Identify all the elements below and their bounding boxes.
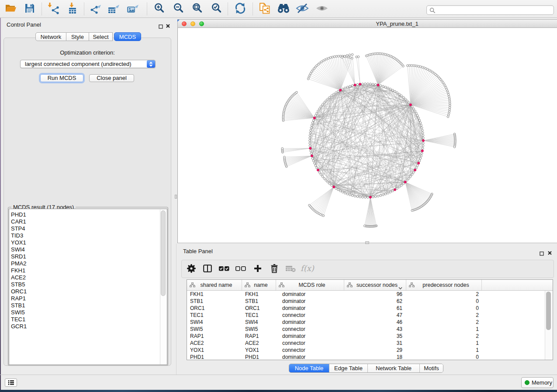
graph-node[interactable]: [309, 142, 311, 144]
graph-node[interactable]: [394, 90, 396, 93]
table-row-RAP1[interactable]: RAP1RAP1dominator352: [187, 333, 553, 340]
graph-node[interactable]: [346, 86, 349, 88]
graph-mcds-node[interactable]: [313, 117, 315, 119]
graph-mcds-node[interactable]: [311, 155, 313, 157]
graph-mcds-node[interactable]: [354, 84, 356, 86]
zoom-selected-button[interactable]: [209, 2, 224, 16]
graph-node[interactable]: [410, 175, 412, 178]
search-binoculars-button[interactable]: [276, 2, 291, 16]
graph-leaf-node[interactable]: [333, 56, 336, 58]
graph-node[interactable]: [392, 190, 394, 192]
run-mcds-button[interactable]: Run MCDS: [40, 74, 83, 82]
graph-mcds-node[interactable]: [339, 89, 341, 91]
graph-node[interactable]: [415, 167, 418, 169]
search-input[interactable]: [426, 5, 554, 15]
save-session-button[interactable]: [22, 2, 37, 16]
deselect-all-button[interactable]: [234, 263, 247, 275]
graph-node[interactable]: [311, 124, 313, 127]
graph-node[interactable]: [310, 129, 312, 131]
graph-leaf-node[interactable]: [402, 65, 405, 67]
graph-node[interactable]: [418, 117, 420, 119]
select-all-button[interactable]: [218, 263, 231, 275]
graph-node[interactable]: [380, 195, 382, 197]
graph-node[interactable]: [372, 83, 374, 86]
criterion-select[interactable]: largest connected component (undirected): [20, 60, 156, 68]
graph-node[interactable]: [335, 187, 337, 189]
open-folder-button[interactable]: [3, 2, 18, 16]
close-panel-button[interactable]: Close panel: [89, 74, 134, 82]
graph-node[interactable]: [349, 194, 351, 196]
graph-leaf-node[interactable]: [337, 55, 339, 57]
tab-motifs[interactable]: Motifs: [419, 364, 443, 373]
graph-mcds-node[interactable]: [369, 196, 371, 198]
graph-node[interactable]: [342, 191, 344, 193]
network-window-titlebar[interactable]: YPA_prune.txt_1: [177, 19, 557, 28]
graph-node[interactable]: [389, 191, 391, 193]
mcds-result-item[interactable]: STP4: [11, 225, 27, 232]
graph-node[interactable]: [420, 155, 422, 157]
graph-node[interactable]: [382, 194, 384, 196]
graph-node[interactable]: [335, 92, 337, 94]
mcds-result-item[interactable]: STB1: [11, 302, 27, 309]
mcds-result-item[interactable]: SWI5: [11, 309, 27, 316]
graph-node[interactable]: [406, 100, 408, 102]
graph-node[interactable]: [414, 110, 416, 112]
graph-mcds-node[interactable]: [332, 186, 335, 188]
graph-node[interactable]: [329, 183, 331, 185]
graph-node[interactable]: [346, 193, 349, 195]
graph-node[interactable]: [372, 196, 374, 198]
column-header-predecessor-nodes[interactable]: predecessor nodes: [406, 280, 482, 290]
graph-node[interactable]: [320, 106, 322, 108]
graph-node[interactable]: [344, 192, 346, 194]
graph-leaf-node[interactable]: [332, 56, 334, 58]
table-row-ORC1[interactable]: ORC1ORC1dominator610: [187, 305, 553, 312]
graph-node[interactable]: [325, 100, 327, 102]
graph-mcds-node[interactable]: [409, 103, 412, 106]
mcds-result-item[interactable]: SRD1: [11, 253, 27, 260]
graph-node[interactable]: [421, 152, 423, 155]
graph-node[interactable]: [422, 134, 424, 137]
graph-node[interactable]: [380, 85, 382, 87]
graph-node[interactable]: [337, 189, 339, 191]
graph-node[interactable]: [384, 193, 387, 195]
graph-node[interactable]: [317, 110, 319, 112]
share-document-button[interactable]: [257, 2, 272, 16]
mcds-result-item[interactable]: STB5: [11, 281, 27, 288]
graph-leaf-node[interactable]: [349, 54, 351, 56]
graph-leaf-node[interactable]: [284, 156, 286, 158]
tab-edge-table[interactable]: Edge Table: [329, 364, 367, 373]
graph-node[interactable]: [422, 147, 424, 149]
graph-node[interactable]: [349, 85, 351, 87]
column-header-shared-name[interactable]: shared name: [187, 280, 242, 290]
table-scrollbar[interactable]: [545, 291, 552, 360]
graph-mcds-node[interactable]: [377, 84, 379, 86]
mcds-result-item[interactable]: CAR1: [11, 218, 27, 225]
graph-node[interactable]: [415, 112, 418, 114]
graph-leaf-node[interactable]: [411, 210, 413, 212]
mcds-result-item[interactable]: TEC1: [11, 316, 27, 323]
graph-mcds-node[interactable]: [404, 181, 406, 183]
graph-node[interactable]: [377, 195, 379, 197]
network-view-canvas[interactable]: [177, 28, 557, 243]
graph-node[interactable]: [387, 87, 389, 89]
node-table[interactable]: shared namenameMCDS rolesuccessor nodesp…: [187, 279, 553, 360]
graph-node[interactable]: [325, 179, 327, 182]
graph-node[interactable]: [310, 127, 312, 129]
export-network-button[interactable]: [89, 2, 104, 16]
table-row-YOX1[interactable]: YOX1YOX1connector291: [187, 347, 553, 354]
graph-node[interactable]: [382, 85, 384, 87]
graph-node[interactable]: [367, 196, 369, 199]
graph-node[interactable]: [422, 145, 424, 147]
graph-node[interactable]: [310, 150, 312, 152]
table-row-STB1[interactable]: STB1STB1dominator620: [187, 298, 553, 305]
zoom-in-button[interactable]: [152, 2, 166, 16]
column-header-MCDS-role[interactable]: MCDS role: [276, 280, 344, 290]
graph-node[interactable]: [398, 186, 401, 188]
graph-leaf-node[interactable]: [341, 56, 343, 58]
graph-node[interactable]: [387, 192, 389, 194]
tab-network-table[interactable]: Network Table: [367, 364, 419, 373]
graph-node[interactable]: [312, 119, 315, 121]
graph-node[interactable]: [316, 112, 318, 114]
graph-node[interactable]: [400, 184, 402, 186]
column-layout-button[interactable]: [201, 263, 214, 275]
